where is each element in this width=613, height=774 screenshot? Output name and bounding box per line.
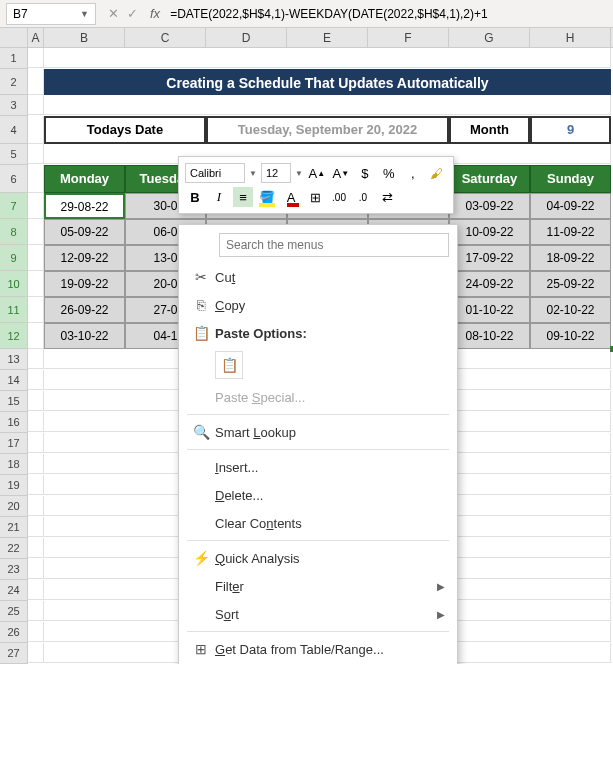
- percent-icon[interactable]: %: [379, 163, 399, 183]
- bold-button[interactable]: B: [185, 187, 205, 207]
- cancel-icon[interactable]: ✕: [108, 6, 119, 21]
- row-header[interactable]: 20: [0, 496, 28, 517]
- row-header[interactable]: 8: [0, 219, 28, 245]
- row-header[interactable]: 10: [0, 271, 28, 297]
- menu-get-data[interactable]: ⊞ Get Data from Table/Range...: [179, 635, 457, 663]
- menu-sort[interactable]: Sort▶: [179, 600, 457, 628]
- row-header[interactable]: 4: [0, 116, 28, 144]
- row-header[interactable]: 18: [0, 454, 28, 475]
- fill-color-icon[interactable]: 🪣: [257, 187, 277, 207]
- menu-search-input[interactable]: [219, 233, 449, 257]
- date-cell[interactable]: 18-09-22: [530, 245, 611, 271]
- comma-icon[interactable]: ,: [403, 163, 423, 183]
- date-cell[interactable]: 29-08-22: [44, 193, 125, 219]
- table-icon: ⊞: [187, 641, 215, 657]
- row-header[interactable]: 21: [0, 517, 28, 538]
- date-cell[interactable]: 05-09-22: [44, 219, 125, 245]
- format-painter-icon[interactable]: 🖌: [427, 163, 447, 183]
- row-header[interactable]: 16: [0, 412, 28, 433]
- col-header[interactable]: B: [44, 28, 125, 47]
- enter-icon[interactable]: ✓: [127, 6, 138, 21]
- col-header[interactable]: G: [449, 28, 530, 47]
- currency-icon[interactable]: $: [355, 163, 375, 183]
- increase-font-icon[interactable]: A▲: [307, 163, 327, 183]
- select-all-corner[interactable]: [0, 28, 28, 47]
- menu-clear-contents[interactable]: Clear Contents: [179, 509, 457, 537]
- row-header[interactable]: 25: [0, 601, 28, 622]
- col-header[interactable]: H: [530, 28, 611, 47]
- menu-search[interactable]: [219, 233, 449, 257]
- font-size-select[interactable]: [261, 163, 291, 183]
- date-cell[interactable]: 11-09-22: [530, 219, 611, 245]
- row-header[interactable]: 3: [0, 95, 28, 116]
- date-cell[interactable]: 25-09-22: [530, 271, 611, 297]
- date-cell[interactable]: 03-10-22: [44, 323, 125, 349]
- date-cell[interactable]: 01-10-22: [449, 297, 530, 323]
- row-header[interactable]: 5: [0, 144, 28, 165]
- menu-cut[interactable]: ✂ Cut: [179, 263, 457, 291]
- col-header[interactable]: A: [28, 28, 44, 47]
- row-header[interactable]: 22: [0, 538, 28, 559]
- date-cell[interactable]: 17-09-22: [449, 245, 530, 271]
- todays-date-label: Todays Date: [44, 116, 206, 144]
- row-header[interactable]: 7: [0, 193, 28, 219]
- row-header[interactable]: 19: [0, 475, 28, 496]
- date-cell[interactable]: 09-10-22: [530, 323, 611, 349]
- italic-button[interactable]: I: [209, 187, 229, 207]
- col-header[interactable]: F: [368, 28, 449, 47]
- row-header[interactable]: 24: [0, 580, 28, 601]
- menu-quick-analysis[interactable]: ⚡ Quick Analysis: [179, 544, 457, 572]
- date-cell[interactable]: 02-10-22: [530, 297, 611, 323]
- day-header: Sunday: [530, 165, 611, 193]
- border-icon[interactable]: ⊞: [305, 187, 325, 207]
- clipboard-icon: 📋: [187, 325, 215, 341]
- menu-insert[interactable]: Insert...: [179, 453, 457, 481]
- menu-filter[interactable]: Filter▶: [179, 572, 457, 600]
- date-cell[interactable]: 24-09-22: [449, 271, 530, 297]
- font-select[interactable]: [185, 163, 245, 183]
- row-header[interactable]: 27: [0, 643, 28, 664]
- chevron-down-icon[interactable]: ▼: [295, 169, 303, 178]
- fx-icon[interactable]: fx: [144, 6, 166, 21]
- row-header[interactable]: 1: [0, 48, 28, 69]
- row-header[interactable]: 14: [0, 370, 28, 391]
- row-header[interactable]: 11: [0, 297, 28, 323]
- decimal-dec-icon[interactable]: .0: [353, 187, 373, 207]
- date-cell[interactable]: 12-09-22: [44, 245, 125, 271]
- chevron-right-icon: ▶: [437, 581, 445, 592]
- decimal-inc-icon[interactable]: .00: [329, 187, 349, 207]
- row-header[interactable]: 6: [0, 165, 28, 193]
- font-color-icon[interactable]: A: [281, 187, 301, 207]
- row-header[interactable]: 12: [0, 323, 28, 349]
- menu-paste-options-label: 📋 Paste Options:: [179, 319, 457, 347]
- chevron-down-icon[interactable]: ▼: [249, 169, 257, 178]
- align-center-icon[interactable]: ≡: [233, 187, 253, 207]
- menu-smart-lookup[interactable]: 🔍 Smart Lookup: [179, 418, 457, 446]
- date-cell[interactable]: 19-09-22: [44, 271, 125, 297]
- row-header[interactable]: 26: [0, 622, 28, 643]
- row-header[interactable]: 13: [0, 349, 28, 370]
- decrease-font-icon[interactable]: A▼: [331, 163, 351, 183]
- row-header[interactable]: 15: [0, 391, 28, 412]
- name-box[interactable]: B7 ▼: [6, 3, 96, 25]
- paste-button[interactable]: 📋: [215, 351, 243, 379]
- date-cell[interactable]: 26-09-22: [44, 297, 125, 323]
- day-header: Monday: [44, 165, 125, 193]
- row-header[interactable]: 9: [0, 245, 28, 271]
- row-header[interactable]: 2: [0, 69, 28, 95]
- formula-input[interactable]: =DATE(2022,$H$4,1)-WEEKDAY(DATE(2022,$H$…: [166, 7, 613, 21]
- row-header[interactable]: 17: [0, 433, 28, 454]
- date-cell[interactable]: 08-10-22: [449, 323, 530, 349]
- col-header[interactable]: E: [287, 28, 368, 47]
- date-cell[interactable]: 04-09-22: [530, 193, 611, 219]
- menu-delete[interactable]: Delete...: [179, 481, 457, 509]
- col-header[interactable]: D: [206, 28, 287, 47]
- col-header[interactable]: C: [125, 28, 206, 47]
- search-icon: 🔍: [187, 424, 215, 440]
- menu-copy[interactable]: ⎘ Copy: [179, 291, 457, 319]
- merge-icon[interactable]: ⇄: [377, 187, 397, 207]
- date-cell[interactable]: 10-09-22: [449, 219, 530, 245]
- row-header[interactable]: 23: [0, 559, 28, 580]
- date-cell[interactable]: 03-09-22: [449, 193, 530, 219]
- chevron-down-icon[interactable]: ▼: [80, 9, 89, 19]
